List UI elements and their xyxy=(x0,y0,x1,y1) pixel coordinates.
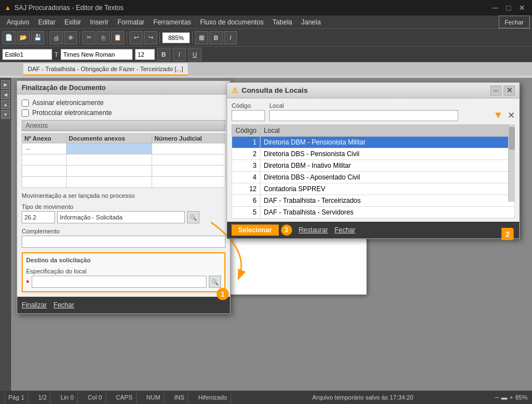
table-row[interactable]: 6DAF - Trabalhista - Terceirizados xyxy=(232,195,515,207)
scrollbar-thumb[interactable] xyxy=(509,127,515,149)
zoom-plus-icon[interactable]: + xyxy=(510,394,513,401)
codigo-label: Código xyxy=(232,102,265,109)
menu-formatar[interactable]: Formatar xyxy=(113,16,149,28)
clear-icon[interactable]: ✕ xyxy=(508,110,515,121)
especificacao-search-button[interactable]: 🔍 xyxy=(209,276,221,288)
menu-editar[interactable]: Editar xyxy=(34,16,60,28)
status-bar: Pág 1 1/2 Lin 0 Col 0 CAPS NUM INS Hifen… xyxy=(0,391,532,404)
bold-button[interactable]: B xyxy=(209,31,223,44)
tipo-row: 🔍 xyxy=(22,211,225,223)
assinar-checkbox[interactable] xyxy=(22,99,29,107)
restaurar-link[interactable]: Restaurar xyxy=(299,226,328,234)
codigo-search-input[interactable] xyxy=(232,110,265,121)
menu-exibir[interactable]: Exibir xyxy=(60,16,86,28)
table-row-empty-1 xyxy=(22,154,225,166)
consulta-close-button[interactable]: ✕ xyxy=(504,86,515,96)
style-selector[interactable]: Estilo1 xyxy=(2,49,52,60)
italic-style-button[interactable]: I xyxy=(173,48,186,61)
print-button[interactable]: 🖨 xyxy=(49,31,63,44)
status-lin: Lin 0 xyxy=(57,391,78,404)
sidebar-icon-3[interactable]: ▲ xyxy=(1,100,10,109)
badge-3-inline: 3 xyxy=(281,225,292,236)
tipo-search-button[interactable]: 🔍 xyxy=(187,211,199,223)
font-selector[interactable]: Times New Roman xyxy=(61,49,133,60)
col-documento: Documento anexos xyxy=(66,134,152,143)
local-col: Local xyxy=(269,102,458,121)
menu-janela[interactable]: Janela xyxy=(297,16,325,28)
consulta-minimize-button[interactable]: ─ xyxy=(490,86,501,96)
close-button[interactable]: ✕ xyxy=(516,2,528,13)
especificacao-input[interactable] xyxy=(32,276,207,288)
finalizar-button[interactable]: Finalizar xyxy=(22,301,47,309)
status-col: Col 0 xyxy=(84,391,106,404)
table-button[interactable]: ▦ xyxy=(195,31,208,44)
table-row[interactable]: 4Diretoria DBS - Aposentado Civil xyxy=(232,172,515,183)
name-cell: Diretoria DBM - Pensionista Militar xyxy=(260,137,515,148)
menu-ferramentas[interactable]: Ferramentas xyxy=(149,16,195,28)
bold-style-button[interactable]: B xyxy=(157,48,170,61)
table-row: → xyxy=(22,143,225,154)
toolbar-sep-5 xyxy=(192,32,193,44)
search-row: Código Local ▼ ✕ xyxy=(232,102,515,121)
underline-style-button[interactable]: U xyxy=(188,48,202,61)
status-hifenizado: Hifenizado xyxy=(195,391,231,404)
code-cell: 5 xyxy=(232,207,260,218)
table-row[interactable]: 1Diretoria DBM - Pensionista Militar xyxy=(232,137,515,148)
tipo-desc-input[interactable] xyxy=(57,211,185,223)
locais-table: Código Local 1Diretoria DBM - Pensionist… xyxy=(232,124,515,218)
menu-fluxo[interactable]: Fluxo de documentos xyxy=(195,16,268,28)
document-tab[interactable]: DAF - Trabalhista - Obrigação de Fazer -… xyxy=(23,63,188,76)
protocolar-checkbox[interactable] xyxy=(22,109,29,117)
minimize-button[interactable]: ─ xyxy=(490,2,501,13)
filter-icon[interactable]: ▼ xyxy=(493,109,503,121)
size-selector[interactable]: 12 xyxy=(135,49,155,60)
redo-button[interactable]: ↪ xyxy=(144,31,157,44)
new-button[interactable]: 📄 xyxy=(2,31,16,44)
arrow-cell: → xyxy=(22,143,67,154)
consulta-title: ⚠ Consulta de Locais ─ ✕ xyxy=(227,83,519,98)
table-row[interactable]: 5DAF - Trabalhista - Servidores xyxy=(232,207,515,218)
window-controls: ─ □ ✕ xyxy=(490,2,528,13)
destino-section: Destino da solicitação Especificação do … xyxy=(22,252,225,292)
cut-button[interactable]: ✂ xyxy=(82,31,96,44)
consulta-body: Código Local ▼ ✕ Código Local 1Diretoria… xyxy=(227,98,519,222)
menu-tabela[interactable]: Tabela xyxy=(268,16,297,28)
paste-button[interactable]: 📋 xyxy=(111,31,124,44)
scrollbar-vertical[interactable] xyxy=(508,124,515,202)
maximize-button[interactable]: □ xyxy=(503,2,514,13)
selecionar-button[interactable]: Selecionar xyxy=(232,225,279,236)
complemento-input[interactable] xyxy=(22,236,225,248)
finalizacao-footer: Finalizar Fechar xyxy=(17,297,230,313)
fechar-consulta-link[interactable]: Fechar xyxy=(334,226,355,234)
code-cell: 12 xyxy=(232,183,260,195)
consulta-title-text: Consulta de Locais xyxy=(242,86,308,94)
toolbar-sep-1 xyxy=(47,32,47,44)
menu-inserir[interactable]: Inserir xyxy=(86,16,113,28)
preview-button[interactable]: 👁 xyxy=(64,31,77,44)
tipo-code-input[interactable] xyxy=(22,211,55,223)
fechar-finalizacao-button[interactable]: Fechar xyxy=(53,301,74,309)
sidebar-icon-2[interactable]: ◀ xyxy=(1,90,10,99)
save-button[interactable]: 💾 xyxy=(31,31,44,44)
open-button[interactable]: 📂 xyxy=(17,31,30,44)
zoom-slider[interactable]: ▬ xyxy=(501,394,508,401)
sidebar-icon-4[interactable]: ▼ xyxy=(1,110,10,119)
judicial-cell xyxy=(152,143,225,154)
finalizacao-dialog: Finalização de Documento Assinar eletron… xyxy=(17,81,230,314)
local-search-input[interactable] xyxy=(269,110,458,121)
undo-button[interactable]: ↩ xyxy=(129,31,143,44)
status-zoom-area: ─ ▬ + 85% xyxy=(495,394,528,401)
col-judicial: Número Judicial xyxy=(152,134,225,143)
fechar-button[interactable]: Fechar xyxy=(499,16,530,28)
zoom-minus-icon[interactable]: ─ xyxy=(495,394,499,401)
destino-label: Destino da solicitação xyxy=(26,257,221,263)
movimentacao-label: Movimentação a ser lançada no processo xyxy=(22,192,225,199)
table-row[interactable]: 3Diretoria DBM - Inativo Militar xyxy=(232,160,515,172)
italic-button[interactable]: I xyxy=(224,31,237,44)
table-row[interactable]: 12Contadoria SPPREV xyxy=(232,183,515,195)
menu-arquivo[interactable]: Arquivo xyxy=(2,16,34,28)
sidebar-icon-1[interactable]: ▶ xyxy=(1,80,10,89)
zoom-display[interactable]: 885% xyxy=(162,32,190,43)
copy-button[interactable]: ⎘ xyxy=(97,31,110,44)
table-row[interactable]: 2Diretoria DBS - Pensionista Civil xyxy=(232,148,515,160)
